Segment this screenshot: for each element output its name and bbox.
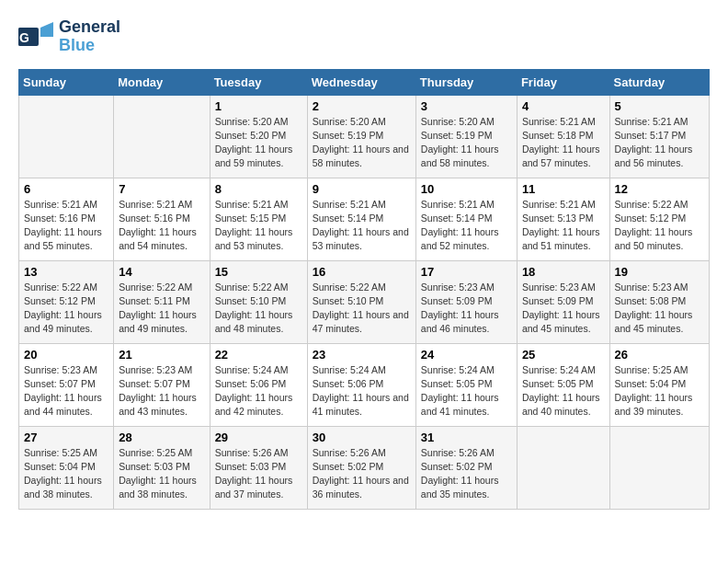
calendar-cell: 7Sunrise: 5:21 AM Sunset: 5:16 PM Daylig… (114, 178, 210, 260)
calendar-cell: 19Sunrise: 5:23 AM Sunset: 5:08 PM Dayli… (609, 260, 709, 343)
calendar-cell: 13Sunrise: 5:22 AM Sunset: 5:12 PM Dayli… (19, 260, 114, 343)
day-number: 21 (119, 348, 204, 362)
day-info: Sunrise: 5:23 AM Sunset: 5:09 PM Dayligh… (522, 281, 605, 337)
calendar-row-0: 1Sunrise: 5:20 AM Sunset: 5:20 PM Daylig… (19, 95, 710, 178)
column-header-tuesday: Tuesday (210, 69, 307, 95)
day-info: Sunrise: 5:22 AM Sunset: 5:10 PM Dayligh… (215, 281, 302, 337)
day-info: Sunrise: 5:20 AM Sunset: 5:19 PM Dayligh… (313, 115, 411, 171)
calendar-cell: 14Sunrise: 5:22 AM Sunset: 5:11 PM Dayli… (114, 260, 210, 343)
day-info: Sunrise: 5:23 AM Sunset: 5:07 PM Dayligh… (24, 363, 108, 419)
day-info: Sunrise: 5:26 AM Sunset: 5:02 PM Dayligh… (421, 446, 512, 502)
day-info: Sunrise: 5:20 AM Sunset: 5:20 PM Dayligh… (215, 115, 302, 171)
calendar-cell (609, 426, 709, 509)
day-info: Sunrise: 5:26 AM Sunset: 5:02 PM Dayligh… (313, 446, 411, 502)
calendar-cell: 8Sunrise: 5:21 AM Sunset: 5:15 PM Daylig… (210, 178, 307, 260)
calendar-header-row: SundayMondayTuesdayWednesdayThursdayFrid… (19, 69, 710, 95)
day-info: Sunrise: 5:21 AM Sunset: 5:13 PM Dayligh… (522, 198, 605, 254)
day-info: Sunrise: 5:22 AM Sunset: 5:12 PM Dayligh… (615, 198, 704, 254)
logo-general: General (59, 18, 120, 37)
calendar-cell: 4Sunrise: 5:21 AM Sunset: 5:18 PM Daylig… (517, 95, 609, 178)
day-info: Sunrise: 5:26 AM Sunset: 5:03 PM Dayligh… (215, 446, 302, 502)
day-info: Sunrise: 5:24 AM Sunset: 5:05 PM Dayligh… (522, 363, 605, 419)
day-number: 1 (215, 99, 302, 113)
calendar-cell (19, 95, 114, 178)
day-info: Sunrise: 5:24 AM Sunset: 5:06 PM Dayligh… (215, 363, 302, 419)
day-number: 25 (522, 348, 605, 362)
day-number: 2 (313, 99, 411, 113)
day-number: 31 (421, 431, 512, 444)
column-header-monday: Monday (114, 69, 210, 95)
day-number: 23 (313, 348, 411, 362)
day-number: 26 (615, 348, 704, 362)
calendar-cell: 11Sunrise: 5:21 AM Sunset: 5:13 PM Dayli… (517, 178, 609, 260)
logo-icon: G (18, 20, 55, 53)
day-number: 5 (615, 99, 704, 113)
day-info: Sunrise: 5:21 AM Sunset: 5:16 PM Dayligh… (24, 198, 108, 254)
calendar-cell: 30Sunrise: 5:26 AM Sunset: 5:02 PM Dayli… (307, 426, 415, 509)
svg-marker-3 (40, 22, 53, 37)
column-header-friday: Friday (517, 69, 609, 95)
day-info: Sunrise: 5:24 AM Sunset: 5:05 PM Dayligh… (421, 363, 512, 419)
day-number: 6 (24, 182, 108, 196)
day-info: Sunrise: 5:25 AM Sunset: 5:04 PM Dayligh… (615, 363, 704, 419)
calendar-table: SundayMondayTuesdayWednesdayThursdayFrid… (18, 69, 710, 510)
day-number: 30 (313, 431, 411, 444)
calendar-cell: 6Sunrise: 5:21 AM Sunset: 5:16 PM Daylig… (19, 178, 114, 260)
day-number: 9 (313, 182, 411, 196)
page-header: G General Blue (18, 18, 710, 55)
calendar-row-4: 27Sunrise: 5:25 AM Sunset: 5:04 PM Dayli… (19, 426, 710, 509)
day-info: Sunrise: 5:23 AM Sunset: 5:09 PM Dayligh… (421, 281, 512, 337)
calendar-row-1: 6Sunrise: 5:21 AM Sunset: 5:16 PM Daylig… (19, 178, 710, 260)
day-number: 17 (421, 265, 512, 279)
day-number: 7 (119, 182, 204, 196)
calendar-cell: 27Sunrise: 5:25 AM Sunset: 5:04 PM Dayli… (19, 426, 114, 509)
calendar-cell: 5Sunrise: 5:21 AM Sunset: 5:17 PM Daylig… (609, 95, 709, 178)
day-number: 16 (313, 265, 411, 279)
calendar-cell: 26Sunrise: 5:25 AM Sunset: 5:04 PM Dayli… (609, 343, 709, 426)
calendar-cell: 18Sunrise: 5:23 AM Sunset: 5:09 PM Dayli… (517, 260, 609, 343)
day-info: Sunrise: 5:24 AM Sunset: 5:06 PM Dayligh… (313, 363, 411, 419)
day-info: Sunrise: 5:20 AM Sunset: 5:19 PM Dayligh… (421, 115, 512, 171)
calendar-cell: 10Sunrise: 5:21 AM Sunset: 5:14 PM Dayli… (415, 178, 517, 260)
calendar-row-2: 13Sunrise: 5:22 AM Sunset: 5:12 PM Dayli… (19, 260, 710, 343)
day-number: 4 (522, 99, 605, 113)
day-info: Sunrise: 5:25 AM Sunset: 5:04 PM Dayligh… (24, 446, 108, 502)
day-info: Sunrise: 5:21 AM Sunset: 5:18 PM Dayligh… (522, 115, 605, 171)
calendar-cell: 31Sunrise: 5:26 AM Sunset: 5:02 PM Dayli… (415, 426, 517, 509)
day-info: Sunrise: 5:21 AM Sunset: 5:17 PM Dayligh… (615, 115, 704, 171)
day-number: 8 (215, 182, 302, 196)
day-info: Sunrise: 5:21 AM Sunset: 5:16 PM Dayligh… (119, 198, 204, 254)
calendar-cell: 15Sunrise: 5:22 AM Sunset: 5:10 PM Dayli… (210, 260, 307, 343)
day-info: Sunrise: 5:25 AM Sunset: 5:03 PM Dayligh… (119, 446, 204, 502)
day-number: 15 (215, 265, 302, 279)
day-info: Sunrise: 5:21 AM Sunset: 5:14 PM Dayligh… (313, 198, 411, 254)
calendar-cell: 16Sunrise: 5:22 AM Sunset: 5:10 PM Dayli… (307, 260, 415, 343)
day-number: 27 (24, 431, 108, 444)
day-number: 11 (522, 182, 605, 196)
calendar-cell: 22Sunrise: 5:24 AM Sunset: 5:06 PM Dayli… (210, 343, 307, 426)
day-number: 18 (522, 265, 605, 279)
calendar-cell: 25Sunrise: 5:24 AM Sunset: 5:05 PM Dayli… (517, 343, 609, 426)
svg-text:G: G (19, 30, 29, 45)
calendar-cell: 17Sunrise: 5:23 AM Sunset: 5:09 PM Dayli… (415, 260, 517, 343)
logo-blue: Blue (59, 37, 120, 55)
day-number: 20 (24, 348, 108, 362)
calendar-cell: 9Sunrise: 5:21 AM Sunset: 5:14 PM Daylig… (307, 178, 415, 260)
day-number: 29 (215, 431, 302, 444)
day-number: 12 (615, 182, 704, 196)
calendar-cell: 3Sunrise: 5:20 AM Sunset: 5:19 PM Daylig… (415, 95, 517, 178)
calendar-cell: 29Sunrise: 5:26 AM Sunset: 5:03 PM Dayli… (210, 426, 307, 509)
day-number: 3 (421, 99, 512, 113)
calendar-cell: 12Sunrise: 5:22 AM Sunset: 5:12 PM Dayli… (609, 178, 709, 260)
column-header-wednesday: Wednesday (307, 69, 415, 95)
day-info: Sunrise: 5:21 AM Sunset: 5:14 PM Dayligh… (421, 198, 512, 254)
logo: G General Blue (18, 18, 120, 55)
day-info: Sunrise: 5:22 AM Sunset: 5:12 PM Dayligh… (24, 281, 108, 337)
day-number: 24 (421, 348, 512, 362)
calendar-cell (517, 426, 609, 509)
day-info: Sunrise: 5:22 AM Sunset: 5:11 PM Dayligh… (119, 281, 204, 337)
calendar-cell: 24Sunrise: 5:24 AM Sunset: 5:05 PM Dayli… (415, 343, 517, 426)
column-header-thursday: Thursday (415, 69, 517, 95)
calendar-row-3: 20Sunrise: 5:23 AM Sunset: 5:07 PM Dayli… (19, 343, 710, 426)
calendar-cell: 21Sunrise: 5:23 AM Sunset: 5:07 PM Dayli… (114, 343, 210, 426)
